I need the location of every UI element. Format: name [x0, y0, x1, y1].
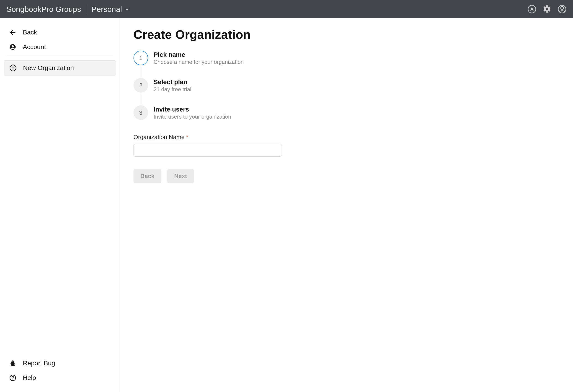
step-number: 1	[133, 51, 148, 65]
step-subtitle: Invite users to your organization	[154, 114, 231, 120]
step-connector	[141, 93, 141, 104]
stepper: 1 Pick name Choose a name for your organ…	[133, 51, 559, 120]
step-3: 3 Invite users Invite users to your orga…	[133, 105, 559, 120]
svg-text:A: A	[530, 7, 534, 12]
step-connector	[141, 66, 141, 77]
step-title: Select plan	[154, 78, 191, 86]
step-title: Invite users	[154, 106, 231, 113]
sidebar-label: Report Bug	[23, 360, 55, 367]
help-circle-icon	[9, 374, 17, 381]
step-subtitle: 21 day free trial	[154, 86, 191, 93]
bug-icon	[9, 360, 17, 367]
page-title: Create Organization	[133, 27, 559, 41]
label-text: Organization Name	[133, 134, 185, 140]
user-circle-icon	[9, 43, 17, 51]
org-name-form: Organization Name*	[133, 134, 559, 157]
step-title: Pick name	[154, 51, 244, 58]
sidebar-label: Account	[23, 43, 46, 51]
org-name-label: Organization Name*	[133, 134, 559, 141]
sidebar-item-help[interactable]: Help	[4, 371, 116, 385]
step-number: 3	[133, 105, 148, 120]
step-2: 2 Select plan 21 day free trial	[133, 78, 559, 93]
plus-circle-icon	[9, 64, 17, 72]
app-title: SongbookPro Groups	[6, 5, 81, 14]
back-button[interactable]: Back	[133, 169, 161, 183]
step-1: 1 Pick name Choose a name for your organ…	[133, 51, 559, 65]
sidebar-label: Back	[23, 29, 37, 36]
sidebar: Back Account New Organization	[0, 18, 120, 392]
main-content: Create Organization 1 Pick name Choose a…	[120, 18, 573, 392]
header-divider	[86, 5, 87, 14]
arrow-left-icon	[9, 29, 17, 36]
app-header: SongbookPro Groups Personal A	[0, 0, 573, 18]
refresh-auth-icon[interactable]: A	[527, 5, 537, 14]
next-button[interactable]: Next	[167, 169, 194, 183]
account-icon[interactable]	[557, 5, 567, 14]
sidebar-item-report-bug[interactable]: Report Bug	[4, 356, 116, 371]
sidebar-item-back[interactable]: Back	[4, 25, 116, 40]
scope-dropdown[interactable]: Personal	[91, 5, 129, 14]
scope-label: Personal	[91, 5, 122, 14]
header-actions: A	[527, 5, 567, 14]
sidebar-item-new-organization[interactable]: New Organization	[4, 60, 116, 75]
divider	[6, 56, 113, 56]
form-actions: Back Next	[133, 169, 559, 183]
sidebar-label: Help	[23, 374, 36, 381]
required-asterisk: *	[186, 134, 188, 140]
step-subtitle: Choose a name for your organization	[154, 59, 244, 65]
caret-down-icon	[125, 6, 129, 12]
svg-point-9	[13, 379, 13, 379]
org-name-input[interactable]	[133, 144, 282, 157]
sidebar-label: New Organization	[23, 64, 74, 72]
gear-icon[interactable]	[542, 5, 552, 14]
svg-point-3	[561, 7, 563, 9]
sidebar-item-account[interactable]: Account	[4, 40, 116, 54]
step-number: 2	[133, 78, 148, 93]
